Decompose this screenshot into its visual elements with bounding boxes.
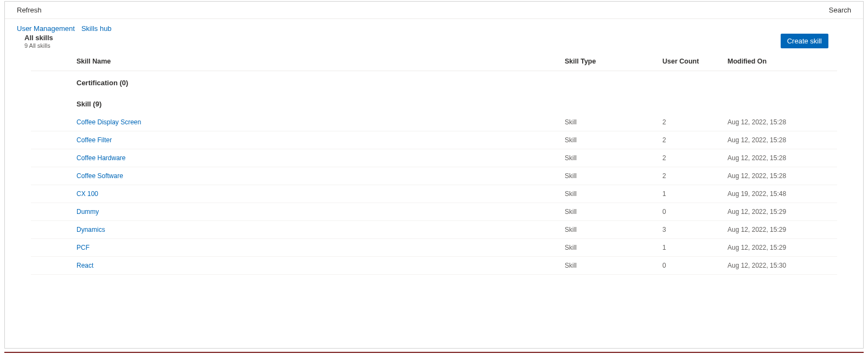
row-spacer xyxy=(31,239,72,257)
skills-table: Skill Name Skill Type User Count Modifie… xyxy=(31,52,837,275)
cell-skill-name: React xyxy=(72,257,560,275)
col-skill-name[interactable]: Skill Name xyxy=(72,52,560,71)
cell-user-count: 0 xyxy=(658,257,723,275)
create-skill-button[interactable]: Create skill xyxy=(781,34,828,48)
cell-user-count: 1 xyxy=(658,239,723,257)
breadcrumb: User Management Skills hub xyxy=(5,19,863,34)
cell-modified-on: Aug 12, 2022, 15:29 xyxy=(723,239,837,257)
cell-user-count: 1 xyxy=(658,185,723,203)
row-spacer xyxy=(31,221,72,239)
cell-skill-type: Skill xyxy=(560,257,658,275)
refresh-button[interactable]: Refresh xyxy=(17,6,42,14)
cell-skill-type: Skill xyxy=(560,113,658,131)
table-row[interactable]: Coffee HardwareSkill2Aug 12, 2022, 15:28 xyxy=(31,149,837,167)
table-row[interactable]: Coffee FilterSkill2Aug 12, 2022, 15:28 xyxy=(31,131,837,149)
page-title: All skills xyxy=(24,34,53,42)
app-frame: Refresh Search User Management Skills hu… xyxy=(4,1,864,349)
cell-skill-name: Coffee Hardware xyxy=(72,149,560,167)
breadcrumb-skills-hub[interactable]: Skills hub xyxy=(81,24,112,33)
cell-modified-on: Aug 12, 2022, 15:29 xyxy=(723,203,837,221)
row-spacer xyxy=(31,257,72,275)
page-subtitle: 9 All skills xyxy=(24,42,53,49)
cell-user-count: 2 xyxy=(658,167,723,185)
table-row[interactable]: PCFSkill1Aug 12, 2022, 15:29 xyxy=(31,239,837,257)
row-spacer xyxy=(31,131,72,149)
cell-modified-on: Aug 12, 2022, 15:28 xyxy=(723,113,837,131)
row-spacer xyxy=(31,185,72,203)
cell-user-count: 2 xyxy=(658,113,723,131)
cell-skill-type: Skill xyxy=(560,221,658,239)
row-spacer xyxy=(31,203,72,221)
cell-user-count: 0 xyxy=(658,203,723,221)
cell-skill-type: Skill xyxy=(560,131,658,149)
skill-link[interactable]: CX 100 xyxy=(76,190,98,198)
breadcrumb-user-management[interactable]: User Management xyxy=(17,24,75,33)
table-row[interactable]: Coffee Display ScreenSkill2Aug 12, 2022,… xyxy=(31,113,837,131)
skill-link[interactable]: Coffee Hardware xyxy=(76,154,126,162)
cell-modified-on: Aug 19, 2022, 15:48 xyxy=(723,185,837,203)
skills-table-wrap: Skill Name Skill Type User Count Modifie… xyxy=(5,52,863,275)
cell-modified-on: Aug 12, 2022, 15:28 xyxy=(723,149,837,167)
page-header: All skills 9 All skills Create skill xyxy=(5,34,863,52)
bottom-rule xyxy=(4,352,864,353)
cell-skill-type: Skill xyxy=(560,185,658,203)
group-certification[interactable]: Certification (0) xyxy=(31,71,837,93)
skill-link[interactable]: Dynamics xyxy=(76,226,105,233)
group-skill[interactable]: Skill (9) xyxy=(31,92,837,113)
search-button[interactable]: Search xyxy=(829,6,851,14)
cell-user-count: 2 xyxy=(658,131,723,149)
table-row[interactable]: DummySkill0Aug 12, 2022, 15:29 xyxy=(31,203,837,221)
skill-link[interactable]: React xyxy=(76,262,93,269)
cell-user-count: 3 xyxy=(658,221,723,239)
row-spacer xyxy=(31,167,72,185)
cell-modified-on: Aug 12, 2022, 15:30 xyxy=(723,257,837,275)
cell-skill-type: Skill xyxy=(560,167,658,185)
col-skill-type[interactable]: Skill Type xyxy=(560,52,658,71)
table-row[interactable]: Coffee SoftwareSkill2Aug 12, 2022, 15:28 xyxy=(31,167,837,185)
table-row[interactable]: DynamicsSkill3Aug 12, 2022, 15:29 xyxy=(31,221,837,239)
col-modified-on[interactable]: Modified On xyxy=(723,52,837,71)
group-certification-label: Certification (0) xyxy=(72,71,837,93)
table-row[interactable]: CX 100Skill1Aug 19, 2022, 15:48 xyxy=(31,185,837,203)
skill-link[interactable]: Coffee Software xyxy=(76,172,123,180)
cell-skill-name: Dummy xyxy=(72,203,560,221)
skill-link[interactable]: Dummy xyxy=(76,208,99,216)
skill-link[interactable]: Coffee Display Screen xyxy=(76,118,141,126)
cell-modified-on: Aug 12, 2022, 15:28 xyxy=(723,131,837,149)
cell-skill-name: Coffee Display Screen xyxy=(72,113,560,131)
cell-skill-name: PCF xyxy=(72,239,560,257)
col-user-count[interactable]: User Count xyxy=(658,52,723,71)
cell-skill-name: Coffee Software xyxy=(72,167,560,185)
table-row[interactable]: ReactSkill0Aug 12, 2022, 15:30 xyxy=(31,257,837,275)
skill-link[interactable]: PCF xyxy=(76,244,90,251)
col-spacer xyxy=(31,52,72,71)
cell-skill-name: Coffee Filter xyxy=(72,131,560,149)
command-bar: Refresh Search xyxy=(5,2,863,19)
cell-skill-type: Skill xyxy=(560,203,658,221)
row-spacer xyxy=(31,113,72,131)
cell-skill-type: Skill xyxy=(560,239,658,257)
cell-skill-name: CX 100 xyxy=(72,185,560,203)
cell-modified-on: Aug 12, 2022, 15:28 xyxy=(723,167,837,185)
group-skill-label: Skill (9) xyxy=(72,92,837,113)
cell-skill-name: Dynamics xyxy=(72,221,560,239)
cell-skill-type: Skill xyxy=(560,149,658,167)
cell-user-count: 2 xyxy=(658,149,723,167)
skill-link[interactable]: Coffee Filter xyxy=(76,136,112,144)
cell-modified-on: Aug 12, 2022, 15:29 xyxy=(723,221,837,239)
row-spacer xyxy=(31,149,72,167)
